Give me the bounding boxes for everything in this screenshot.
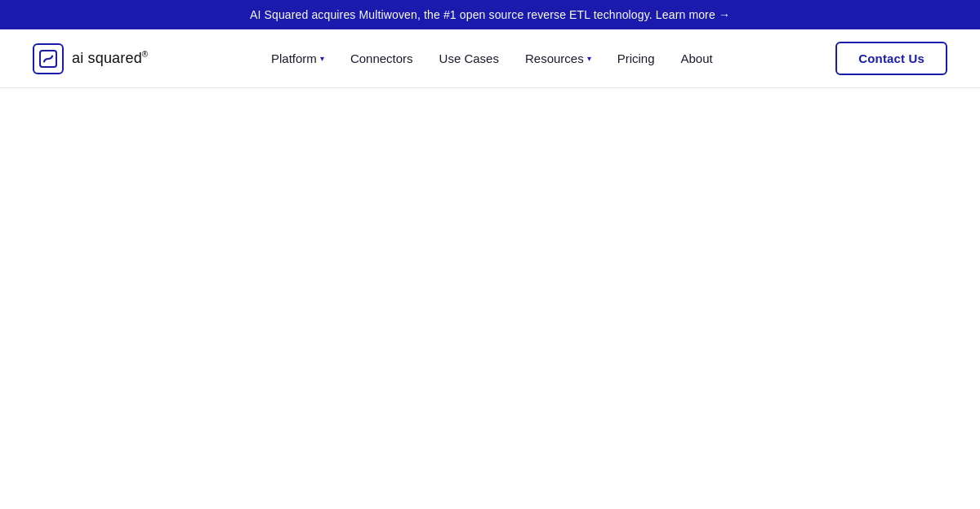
resources-nav-button[interactable]: Resources ▾ bbox=[514, 45, 603, 72]
contact-us-button[interactable]: Contact Us bbox=[835, 42, 947, 75]
announcement-banner: AI Squared acquires Multiwoven, the #1 o… bbox=[0, 0, 980, 29]
nav-item-about: About bbox=[670, 45, 724, 72]
nav-item-use-cases: Use Cases bbox=[428, 45, 510, 72]
resources-label: Resources bbox=[525, 51, 584, 65]
logo-icon bbox=[33, 43, 64, 74]
logo-link[interactable]: ai squared® bbox=[33, 43, 148, 74]
use-cases-label: Use Cases bbox=[439, 51, 499, 65]
resources-chevron-icon: ▾ bbox=[587, 54, 591, 63]
nav-item-connectors: Connectors bbox=[339, 45, 425, 72]
logo-registered: ® bbox=[142, 50, 149, 59]
banner-text: AI Squared acquires Multiwoven, the #1 o… bbox=[250, 8, 653, 21]
pricing-label: Pricing bbox=[617, 51, 655, 65]
connectors-label: Connectors bbox=[350, 51, 413, 65]
logo-text: ai squared® bbox=[72, 50, 148, 67]
about-nav-link[interactable]: About bbox=[670, 45, 724, 72]
platform-nav-button[interactable]: Platform ▾ bbox=[260, 45, 336, 72]
about-label: About bbox=[681, 51, 713, 65]
main-navbar: ai squared® Platform ▾ Connectors Use Ca… bbox=[0, 29, 980, 88]
platform-chevron-icon: ▾ bbox=[320, 54, 324, 63]
main-content-area bbox=[0, 88, 980, 480]
contact-us-label: Contact Us bbox=[858, 51, 924, 65]
pricing-nav-link[interactable]: Pricing bbox=[606, 45, 666, 72]
platform-label: Platform bbox=[271, 51, 317, 65]
logo-svg bbox=[39, 50, 57, 68]
banner-cta-link[interactable]: Learn more → bbox=[656, 8, 730, 21]
use-cases-nav-link[interactable]: Use Cases bbox=[428, 45, 510, 72]
banner-cta-label: Learn more → bbox=[656, 8, 730, 21]
connectors-nav-link[interactable]: Connectors bbox=[339, 45, 425, 72]
nav-item-pricing: Pricing bbox=[606, 45, 666, 72]
nav-item-resources: Resources ▾ bbox=[514, 45, 603, 72]
nav-item-platform: Platform ▾ bbox=[260, 45, 336, 72]
nav-links-list: Platform ▾ Connectors Use Cases Resource… bbox=[260, 45, 724, 72]
